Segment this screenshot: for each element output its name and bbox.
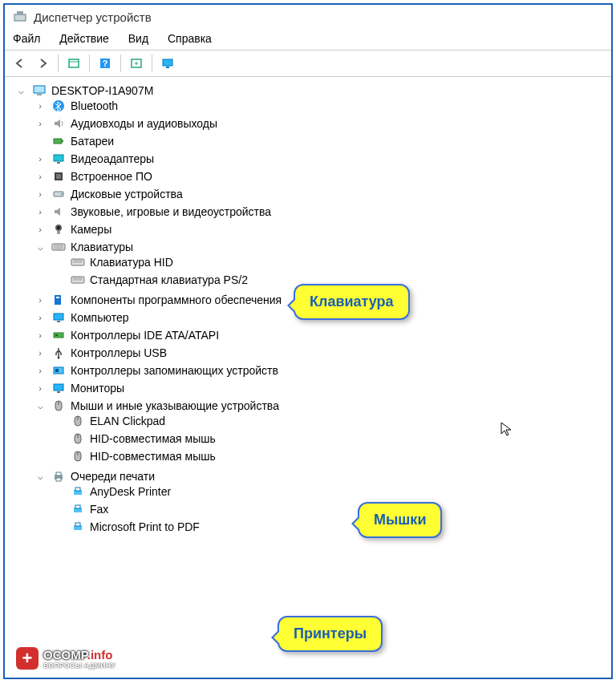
menu-view[interactable]: Вид xyxy=(128,32,148,45)
usb-icon xyxy=(51,346,66,359)
keyboard-icon xyxy=(51,241,66,253)
tree-item-batteries[interactable]: Батареи xyxy=(35,135,608,148)
expand-icon[interactable]: › xyxy=(35,101,45,111)
expand-icon[interactable]: › xyxy=(35,383,45,393)
svg-rect-0 xyxy=(14,14,26,21)
printer-icon xyxy=(71,520,85,533)
monitor-button[interactable] xyxy=(157,53,178,74)
svg-rect-34 xyxy=(56,297,59,298)
software-icon xyxy=(51,293,66,306)
expand-icon[interactable]: › xyxy=(35,189,45,199)
toolbar: ? xyxy=(5,50,611,77)
expand-icon[interactable]: › xyxy=(35,154,45,164)
tree-item-disk[interactable]: ›Дисковые устройства xyxy=(35,188,608,200)
forward-button[interactable] xyxy=(32,53,53,74)
svg-rect-1 xyxy=(17,11,23,14)
tree-item-bluetooth[interactable]: ›Bluetooth xyxy=(35,99,608,112)
computer-icon xyxy=(32,84,47,97)
tree-item-mice[interactable]: ⌵Мыши и иные указывающие устройства xyxy=(35,399,608,412)
scan-button[interactable] xyxy=(126,53,147,74)
svg-rect-13 xyxy=(62,140,63,142)
svg-rect-43 xyxy=(57,391,60,393)
disk-icon xyxy=(51,188,66,200)
monitor-icon xyxy=(51,382,66,395)
device-tree[interactable]: ⌵ DESKTOP-I1A907M ›Bluetooth ›Аудиовходы… xyxy=(5,77,611,663)
collapse-icon[interactable]: ⌵ xyxy=(35,242,45,253)
svg-rect-7 xyxy=(163,59,172,66)
collapse-icon[interactable]: ⌵ xyxy=(35,401,45,411)
tree-item-usb[interactable]: ›Контроллеры USB xyxy=(35,346,608,359)
ide-icon xyxy=(51,329,66,342)
show-hidden-button[interactable] xyxy=(63,53,84,74)
svg-rect-54 xyxy=(56,478,61,481)
sound-icon xyxy=(51,205,66,218)
svg-rect-42 xyxy=(54,384,63,391)
menu-help[interactable]: Справка xyxy=(168,32,212,45)
tree-item-printer-fax[interactable]: Fax xyxy=(55,503,608,516)
menu-file[interactable]: Файл xyxy=(13,32,40,45)
tree-item-printqueue[interactable]: ⌵Очереди печати xyxy=(35,470,608,483)
expand-icon[interactable]: › xyxy=(35,366,45,375)
svg-rect-56 xyxy=(75,488,80,491)
tree-item-keyboard-hid[interactable]: Клавиатура HID xyxy=(55,256,608,269)
svg-rect-60 xyxy=(75,523,80,526)
tree-item-sound[interactable]: ›Звуковые, игровые и видеоустройства xyxy=(35,205,608,218)
back-button[interactable] xyxy=(10,53,30,74)
tree-root[interactable]: ⌵ DESKTOP-I1A907M xyxy=(16,84,608,97)
storage-icon xyxy=(51,364,66,377)
menubar: Файл Действие Вид Справка xyxy=(5,29,611,50)
printer-icon xyxy=(71,485,85,498)
watermark: + OCOMP.info ВОПРОСЫ АДМИНУ xyxy=(10,644,122,673)
mouse-icon xyxy=(51,399,66,412)
svg-rect-36 xyxy=(57,321,60,322)
tree-item-monitors[interactable]: ›Мониторы xyxy=(35,382,608,395)
mouse-icon xyxy=(71,450,85,463)
svg-rect-2 xyxy=(69,59,79,67)
expand-icon[interactable]: › xyxy=(35,330,45,340)
help-button[interactable]: ? xyxy=(95,53,116,74)
expand-icon[interactable]: › xyxy=(35,207,45,217)
expand-icon[interactable]: › xyxy=(35,295,45,305)
tree-item-video[interactable]: ›Видеоадаптеры xyxy=(35,152,608,165)
svg-rect-15 xyxy=(57,162,60,164)
svg-point-19 xyxy=(61,193,63,195)
keyboard-icon xyxy=(71,273,85,286)
camera-icon xyxy=(51,223,66,236)
cursor-icon xyxy=(500,422,513,440)
svg-rect-41 xyxy=(55,369,59,372)
svg-point-21 xyxy=(57,226,60,229)
expand-icon[interactable]: › xyxy=(35,172,45,181)
tree-root-label: DESKTOP-I1A907M xyxy=(51,84,153,97)
svg-rect-10 xyxy=(37,94,42,95)
svg-text:?: ? xyxy=(103,59,108,68)
expand-icon[interactable]: › xyxy=(35,119,45,128)
tree-item-printer-mspdf[interactable]: Microsoft Print to PDF xyxy=(55,520,608,533)
tree-item-audio[interactable]: ›Аудиовходы и аудиовыходы xyxy=(35,117,608,130)
tree-item-printer-anydesk[interactable]: AnyDesk Printer xyxy=(55,485,608,498)
tree-item-firmware[interactable]: ›Встроенное ПО xyxy=(35,170,608,183)
expand-icon[interactable]: › xyxy=(35,313,45,322)
collapse-icon[interactable]: ⌵ xyxy=(35,472,45,482)
expand-icon[interactable]: › xyxy=(35,225,45,234)
collapse-icon[interactable]: ⌵ xyxy=(16,86,26,96)
tree-item-mouse-hid2[interactable]: HID-совместимая мышь xyxy=(55,450,608,463)
tree-item-cameras[interactable]: ›Камеры xyxy=(35,223,608,236)
svg-rect-9 xyxy=(34,86,45,93)
device-manager-window: Диспетчер устройств Файл Действие Вид Сп… xyxy=(3,3,613,679)
monitor-icon xyxy=(51,311,66,324)
svg-rect-33 xyxy=(55,295,61,305)
tree-item-mouse-elan[interactable]: ELAN Clickpad xyxy=(55,415,608,427)
svg-rect-8 xyxy=(166,67,169,68)
display-adapter-icon xyxy=(51,152,66,165)
tree-item-mouse-hid1[interactable]: HID-совместимая мышь xyxy=(55,432,608,445)
menu-action[interactable]: Действие xyxy=(59,32,109,45)
printer-icon xyxy=(51,470,66,483)
callout-printers: Принтеры xyxy=(278,616,383,652)
bluetooth-icon xyxy=(51,99,66,112)
tree-item-keyboards[interactable]: ⌵Клавиатуры xyxy=(35,241,608,253)
tree-item-ide[interactable]: ›Контроллеры IDE ATA/ATAPI xyxy=(35,329,608,342)
expand-icon[interactable]: › xyxy=(35,348,45,358)
svg-rect-58 xyxy=(75,505,80,508)
svg-point-39 xyxy=(58,357,60,359)
tree-item-storage[interactable]: ›Контроллеры запоминающих устройств xyxy=(35,364,608,377)
